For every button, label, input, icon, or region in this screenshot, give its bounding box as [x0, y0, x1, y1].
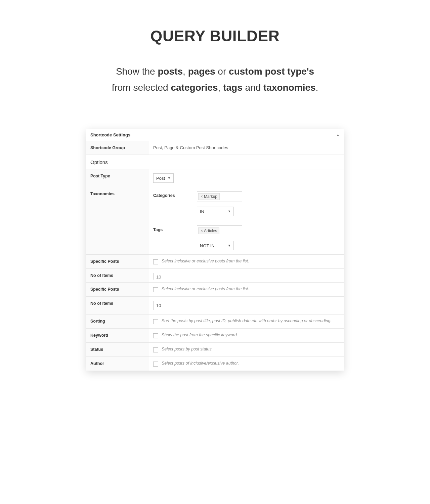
- specific-posts-checkbox[interactable]: [153, 287, 158, 292]
- shortcode-group-value: Post, Page & Custom Post Shortcodes: [149, 141, 344, 155]
- panel-title: Shortcode Settings: [90, 132, 130, 137]
- status-label: Status: [86, 343, 149, 356]
- taxonomies-label: Taxonomies: [86, 187, 149, 254]
- panel-header[interactable]: Shortcode Settings ▲: [86, 129, 344, 141]
- tag-tag[interactable]: × Articles: [198, 227, 219, 234]
- specific-posts-desc: Select inclusive or exclusive posts from…: [162, 287, 249, 291]
- sorting-label: Sorting: [86, 314, 149, 328]
- page-subtitle: Show the posts, pages or custom post typ…: [0, 64, 430, 95]
- chevron-down-icon: ▼: [168, 176, 171, 180]
- specific-posts-label: Specific Posts: [86, 283, 149, 296]
- author-checkbox[interactable]: [153, 362, 158, 367]
- chevron-down-icon: ▼: [228, 210, 231, 213]
- no-items-label: No of Items: [86, 269, 149, 282]
- specific-posts-checkbox[interactable]: [153, 259, 158, 264]
- author-label: Author: [86, 357, 149, 371]
- options-header: Options: [86, 155, 344, 169]
- collapse-icon[interactable]: ▲: [336, 133, 340, 137]
- chevron-down-icon: ▼: [228, 244, 231, 247]
- post-type-label: Post Type: [86, 169, 149, 187]
- shortcode-group-label: Shortcode Group: [86, 141, 149, 155]
- sorting-checkbox[interactable]: [153, 319, 158, 324]
- no-items-input[interactable]: 10: [153, 273, 200, 280]
- status-desc: Select posts by post status.: [162, 347, 213, 351]
- author-desc: Select posts of inclusive/exclusive auth…: [162, 361, 239, 366]
- keyword-label: Keyword: [86, 329, 149, 342]
- remove-tag-icon[interactable]: ×: [201, 194, 203, 199]
- tags-operator-select[interactable]: NOT IN▼: [197, 241, 234, 250]
- page-title: QUERY BUILDER: [0, 27, 430, 45]
- categories-input[interactable]: × Markup: [197, 191, 242, 202]
- post-type-select[interactable]: Post▼: [153, 173, 174, 183]
- status-checkbox[interactable]: [153, 347, 158, 352]
- remove-tag-icon[interactable]: ×: [201, 228, 203, 233]
- keyword-checkbox[interactable]: [153, 333, 158, 338]
- categories-label: Categories: [153, 191, 197, 216]
- specific-posts-desc: Select inclusive or exclusive posts from…: [162, 259, 249, 263]
- category-tag[interactable]: × Markup: [198, 193, 220, 200]
- settings-panel: Shortcode Settings ▲ Shortcode Group Pos…: [86, 129, 344, 371]
- specific-posts-label: Specific Posts: [86, 255, 149, 268]
- categories-operator-select[interactable]: IN▼: [197, 207, 234, 216]
- no-items-label: No of Items: [86, 297, 149, 314]
- keyword-desc: Show the post from the specific keyword.: [162, 333, 238, 337]
- tags-label: Tags: [153, 225, 197, 250]
- no-items-input[interactable]: 10: [153, 301, 200, 310]
- sorting-desc: Sort the posts by post title, post ID, p…: [162, 319, 332, 323]
- tags-input[interactable]: × Articles: [197, 225, 242, 236]
